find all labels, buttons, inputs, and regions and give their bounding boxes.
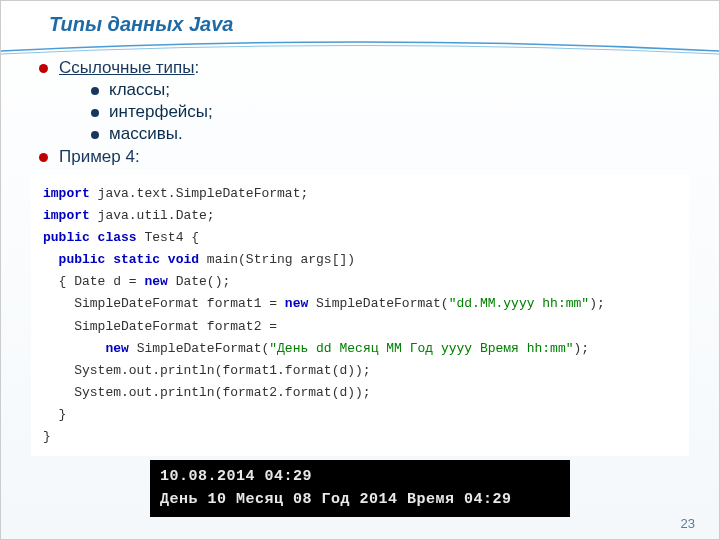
page-number: 23 [681, 516, 695, 531]
list-item: Ссылочные типы: классы; интерфейсы; масс… [37, 58, 689, 144]
list-item: Пример 4: [37, 147, 689, 167]
reference-types-heading: Ссылочные типы [59, 58, 195, 77]
list-item: классы; [87, 80, 689, 100]
console-line: 10.08.2014 04:29 [160, 466, 560, 489]
slide-content: Ссылочные типы: классы; интерфейсы; масс… [1, 40, 719, 517]
sub-list: классы; интерфейсы; массивы. [59, 80, 689, 144]
bullet-list: Ссылочные типы: классы; интерфейсы; масс… [31, 58, 689, 167]
console-output: 10.08.2014 04:29 День 10 Месяц 08 Год 20… [150, 460, 570, 517]
list-item: интерфейсы; [87, 102, 689, 122]
slide-title: Типы данных Java [1, 1, 719, 40]
code-block: import java.text.SimpleDateFormat; impor… [31, 175, 689, 456]
console-line: День 10 Месяц 08 Год 2014 Время 04:29 [160, 489, 560, 512]
list-item: массивы. [87, 124, 689, 144]
example-label: Пример 4: [59, 147, 140, 166]
